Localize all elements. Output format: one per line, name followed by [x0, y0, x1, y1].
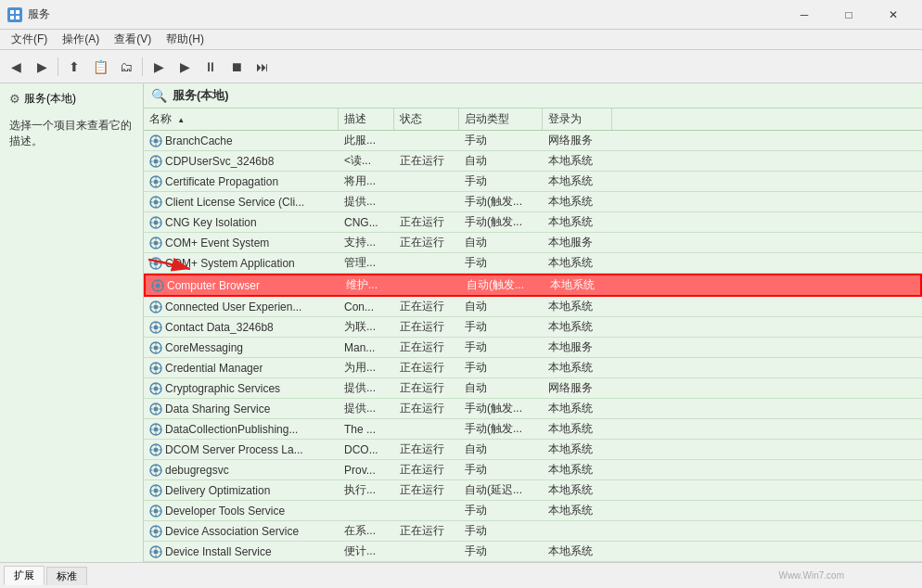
svg-point-89 — [154, 427, 159, 431]
col-name[interactable]: 名称 ▲ — [144, 109, 339, 130]
forward-button[interactable]: ▶ — [30, 55, 54, 79]
svg-rect-2 — [10, 16, 14, 19]
service-login-cell — [543, 521, 612, 541]
table-row[interactable]: CDPUserSvc_3246b8<读...正在运行自动本地系统 — [144, 151, 922, 172]
table-row[interactable]: Client License Service (Cli...提供...手动(触发… — [144, 192, 922, 212]
service-name-cell: Connected User Experien... — [144, 297, 339, 316]
service-status-cell — [394, 419, 459, 439]
table-row[interactable]: Contact Data_3246b8为联...正在运行手动本地系统 — [144, 317, 922, 338]
service-icon — [149, 505, 162, 518]
service-icon — [149, 216, 162, 229]
col-startup[interactable]: 启动类型 — [459, 109, 543, 130]
svg-point-95 — [154, 447, 159, 452]
play2-button[interactable]: ▶ — [173, 55, 197, 79]
pause-button[interactable]: ⏸ — [198, 55, 223, 79]
tab-standard[interactable]: 标准 — [46, 567, 87, 585]
table-row[interactable]: COM+ Event System支持...正在运行自动本地服务 — [144, 233, 922, 253]
show-hide-button[interactable]: 📋 — [88, 55, 112, 79]
col-description[interactable]: 描述 — [339, 109, 394, 130]
table-row[interactable]: COM+ System Application管理...手动本地系统 — [144, 253, 922, 274]
table-row[interactable]: CNG Key IsolationCNG...正在运行手动(触发...本地系统 — [144, 212, 922, 233]
service-desc-cell: Man... — [339, 338, 394, 357]
service-status-cell — [394, 192, 459, 211]
service-desc-cell: 在系... — [339, 521, 394, 541]
svg-point-59 — [154, 325, 159, 329]
service-name-cell: Contact Data_3246b8 — [144, 317, 339, 337]
service-startup-cell: 手动 — [459, 358, 543, 377]
table-row[interactable]: Delivery Optimization执行...正在运行自动(延迟...本地… — [144, 480, 922, 501]
service-login-cell: 网络服务 — [543, 131, 612, 150]
table-row[interactable]: Device Install Service便计...手动本地系统 — [144, 542, 922, 562]
service-name-cell: CoreMessaging — [144, 338, 339, 357]
status-bar: 扩展 标准 Www.Win7.com — [0, 562, 922, 588]
stop-button[interactable]: ⏹ — [224, 55, 249, 79]
service-startup-cell: 手动 — [459, 317, 543, 337]
table-row[interactable]: Certificate Propagation将用...手动本地系统 — [144, 172, 922, 192]
service-login-cell: 本地系统 — [543, 192, 612, 211]
table-row[interactable]: Computer Browser维护...自动(触发...本地系统 — [144, 274, 922, 297]
service-status-cell — [396, 275, 461, 295]
maximize-button[interactable]: □ — [827, 0, 870, 30]
service-login-cell: 本地系统 — [544, 275, 614, 295]
rows-container: BranchCache此服...手动网络服务 CDPUserSvc_3246b8… — [144, 131, 922, 562]
svg-point-53 — [154, 304, 159, 309]
service-startup-cell: 手动 — [459, 172, 543, 191]
service-icon — [151, 279, 164, 292]
menu-help[interactable]: 帮助(H) — [159, 30, 211, 49]
restart-button[interactable]: ⏭ — [250, 55, 275, 79]
menu-bar: 文件(F) 操作(A) 查看(V) 帮助(H) — [0, 30, 922, 50]
col-login[interactable]: 登录为 — [543, 109, 612, 130]
table-row[interactable]: debugregsvcProv...正在运行手动本地系统 — [144, 460, 922, 480]
play-button[interactable]: ▶ — [147, 55, 171, 79]
service-desc-cell: Prov... — [339, 460, 394, 479]
service-status-cell: 正在运行 — [394, 151, 459, 171]
left-panel-item[interactable]: ⚙ 服务(本地) — [4, 87, 139, 110]
service-icon — [149, 464, 162, 477]
table-row[interactable]: DCOM Server Process La...DCO...正在运行自动本地系… — [144, 440, 922, 460]
menu-file[interactable]: 文件(F) — [4, 30, 55, 49]
table-row[interactable]: CoreMessagingMan...正在运行手动本地服务 — [144, 338, 922, 358]
table-row[interactable]: DataCollectionPublishing...The ...手动(触发.… — [144, 419, 922, 440]
tab-expand[interactable]: 扩展 — [4, 566, 45, 585]
service-status-cell — [394, 501, 459, 520]
table-row[interactable]: Connected User Experien...Con...正在运行自动本地… — [144, 297, 922, 317]
menu-action[interactable]: 操作(A) — [55, 30, 107, 49]
service-icon — [149, 443, 162, 456]
toolbar: ◀ ▶ ⬆ 📋 🗂 ▶ ▶ ⏸ ⏹ ⏭ — [0, 50, 922, 83]
service-name-cell: DataCollectionPublishing... — [144, 419, 339, 439]
title-bar: 服务 ─ □ ✕ — [0, 0, 922, 30]
svg-point-113 — [154, 508, 159, 513]
service-name-cell: COM+ Event System — [144, 233, 339, 252]
service-startup-cell: 自动 — [459, 233, 543, 252]
service-login-cell: 本地系统 — [543, 317, 612, 337]
service-status-cell — [394, 131, 459, 150]
right-panel: 🔍 服务(本地) 名称 ▲ 描述 状态 启动类型 登录为 BranchCach — [144, 83, 922, 562]
table-row[interactable]: BranchCache此服...手动网络服务 — [144, 131, 922, 151]
col-status[interactable]: 状态 — [394, 109, 459, 130]
service-startup-cell: 自动 — [459, 151, 543, 171]
service-status-cell: 正在运行 — [394, 440, 459, 459]
close-button[interactable]: ✕ — [872, 0, 915, 30]
service-name-cell: debugregsvc — [144, 460, 339, 479]
up-button[interactable]: ⬆ — [62, 55, 86, 79]
service-table[interactable]: 名称 ▲ 描述 状态 启动类型 登录为 BranchCache此服...手动网络… — [144, 109, 922, 562]
table-row[interactable]: Cryptographic Services提供...正在运行自动网络服务 — [144, 378, 922, 399]
table-row[interactable]: Device Association Service在系...正在运行手动 — [144, 521, 922, 542]
back-button[interactable]: ◀ — [4, 55, 28, 79]
menu-view[interactable]: 查看(V) — [107, 30, 159, 49]
service-startup-cell: 手动(触发... — [459, 399, 543, 418]
service-login-cell: 本地服务 — [543, 233, 612, 252]
left-panel-description: 选择一个项目来查看它的描述。 — [4, 110, 139, 157]
toolbar-separator-2 — [142, 58, 143, 76]
table-row[interactable]: Data Sharing Service提供...正在运行手动(触发...本地系… — [144, 399, 922, 419]
table-row[interactable]: Credential Manager为用...正在运行手动本地系统 — [144, 358, 922, 378]
service-login-cell: 本地系统 — [543, 151, 612, 171]
minimize-button[interactable]: ─ — [783, 0, 826, 30]
map-drive-button[interactable]: 🗂 — [114, 55, 138, 79]
table-row[interactable]: Developer Tools Service手动本地系统 — [144, 501, 922, 521]
service-name-cell: COM+ System Application — [144, 253, 339, 273]
svg-point-23 — [154, 199, 159, 204]
service-status-cell — [394, 253, 459, 273]
service-login-cell: 本地系统 — [543, 460, 612, 479]
service-desc-cell: CNG... — [339, 212, 394, 232]
